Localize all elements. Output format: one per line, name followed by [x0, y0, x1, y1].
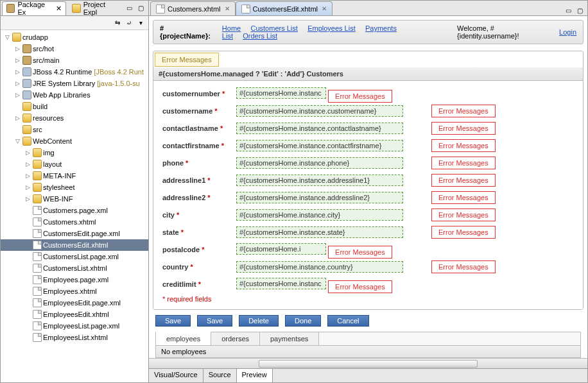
tab-package-explorer[interactable]: Package Ex ✕ — [2, 1, 66, 15]
editor-tab[interactable]: Customers.xhtml✕ — [150, 1, 236, 15]
input-field[interactable]: #{customersHome.instance.country} — [236, 261, 403, 273]
input-field[interactable]: #{customersHome.instance.city} — [236, 209, 403, 221]
package-tree[interactable]: ▽crudapp▷src/hot▷src/main▷JBoss 4.2 Runt… — [1, 30, 148, 382]
tree-item[interactable]: CustomersEdit.xhtml — [1, 239, 148, 251]
tab-project-explorer[interactable]: Project Expl — [67, 1, 124, 15]
input-field[interactable]: #{customersHome.instance.addressline2} — [236, 192, 403, 203]
tree-item[interactable]: ▷img — [1, 147, 148, 158]
tree-item[interactable]: EmployeesEdit.page.xml — [1, 297, 148, 309]
editor-mode-tabs: Visual/SourceSourcePreview — [149, 368, 587, 382]
input-field[interactable]: #{customersHome.instance.phone} — [236, 157, 403, 169]
mode-tab[interactable]: Source — [203, 369, 237, 382]
tree-item[interactable]: ▷src/hot — [1, 43, 148, 55]
package-icon — [6, 4, 15, 13]
horizontal-scrollbar[interactable] — [149, 358, 587, 368]
minimize-button[interactable]: ▭ — [124, 3, 134, 13]
tree-item[interactable]: ▷JRE System Library [java-1.5.0-su — [1, 78, 148, 89]
input-field[interactable]: #{customersHome.instanc — [236, 278, 326, 289]
delete-button[interactable]: Delete — [239, 315, 279, 327]
error-messages-tab[interactable]: Error Messages — [155, 53, 219, 67]
cancel-button[interactable]: Cancel — [327, 315, 368, 327]
done-button[interactable]: Done — [285, 315, 321, 327]
project-icon — [12, 33, 21, 42]
tree-item[interactable]: CustomersList.xhtml — [1, 262, 148, 274]
tree-item[interactable]: ▷resources — [1, 112, 148, 124]
form-row: creditlimit *#{customersHome.instanc Err… — [162, 278, 574, 291]
file-icon — [33, 275, 42, 284]
editor-tab[interactable]: CustomersEdit.xhtml✕ — [236, 1, 333, 15]
view-tabs: Package Ex ✕ Project Expl ▭ ▢ — [1, 1, 148, 16]
nav-link[interactable]: Customers List — [250, 24, 297, 32]
mode-tab[interactable]: Preview — [237, 369, 273, 382]
project-name-label: #{projectName}: — [160, 24, 211, 40]
view-menu-button[interactable]: ▾ — [135, 18, 146, 28]
link-editor-button[interactable]: ⤾ — [124, 18, 134, 28]
sub-tab[interactable]: orderses — [211, 332, 260, 345]
tree-item[interactable]: Customers.page.xml — [1, 205, 148, 216]
tree-item[interactable]: ▷META-INF — [1, 170, 148, 182]
input-field[interactable]: #{customersHome.instanc — [236, 87, 326, 99]
form-row: state *#{customersHome.instance.state}Er… — [162, 226, 574, 239]
nav-link[interactable]: Orders List — [243, 32, 277, 40]
tree-item-root[interactable]: ▽crudapp — [1, 31, 148, 43]
file-icon — [33, 287, 42, 296]
file-icon — [241, 4, 250, 13]
field-label: customernumber * — [162, 90, 230, 98]
save-button[interactable]: Save — [155, 315, 191, 327]
tree-item[interactable]: Customers.xhtml — [1, 216, 148, 228]
tree-item[interactable]: ▷src/main — [1, 55, 148, 66]
collapse-button[interactable]: ⇆ — [112, 18, 123, 28]
tree-item[interactable]: ▷layout — [1, 158, 148, 170]
nav-link[interactable]: Home — [222, 24, 241, 32]
form-row: addressline1 *#{customersHome.instance.a… — [162, 174, 574, 187]
tree-item[interactable]: ▷stylesheet — [1, 182, 148, 193]
folder-icon — [33, 148, 42, 157]
field-label: customername * — [162, 107, 230, 115]
tree-item[interactable]: ▷JBoss 4.2 Runtime [JBoss 4.2 Runt — [1, 66, 148, 78]
file-icon — [33, 217, 42, 226]
sub-tab[interactable]: paymentses — [260, 332, 319, 345]
tree-item[interactable]: EmployeesList.xhtml — [1, 332, 148, 343]
tree-item[interactable]: Employees.xhtml — [1, 285, 148, 297]
button-row: SaveSaveDeleteDoneCancel — [155, 315, 581, 327]
sub-panel: No employees employeenumberlastnamefirst… — [155, 345, 581, 358]
tree-item[interactable]: Employees.page.xml — [1, 274, 148, 285]
input-field[interactable]: #{customersHome.i — [236, 243, 326, 255]
tree-item[interactable]: src — [1, 124, 148, 135]
field-label: addressline2 * — [162, 194, 230, 201]
input-field[interactable]: #{customersHome.instance.contactfirstnam… — [236, 140, 403, 151]
tree-item[interactable]: ▽WebContent — [1, 135, 148, 147]
input-field[interactable]: #{customersHome.instance.addressline1} — [236, 174, 403, 186]
minimize-button[interactable]: ▭ — [563, 5, 573, 15]
tree-item[interactable]: EmployeesEdit.xhtml — [1, 309, 148, 320]
tree-item[interactable]: CustomersEdit.page.xml — [1, 228, 148, 239]
view-tab-label: Package Ex — [17, 1, 53, 16]
maximize-button[interactable]: ▢ — [575, 5, 585, 15]
tree-item[interactable]: ▷WEB-INF — [1, 193, 148, 205]
field-label: country * — [162, 263, 230, 271]
nav-link[interactable]: Employees List — [307, 24, 356, 32]
field-label: addressline1 * — [162, 176, 230, 184]
error-badge: Error Messages — [328, 280, 392, 293]
input-field[interactable]: #{customersHome.instance.state} — [236, 226, 403, 238]
panel-title: #{customersHome.managed ? 'Edit' : 'Add'… — [153, 67, 583, 80]
close-icon[interactable]: ✕ — [56, 4, 62, 13]
input-field[interactable]: #{customersHome.instance.customername} — [236, 105, 403, 117]
error-badge: Error Messages — [431, 122, 496, 135]
save-button[interactable]: Save — [197, 315, 232, 327]
file-icon — [33, 310, 42, 319]
tree-item[interactable]: EmployeesList.page.xml — [1, 320, 148, 332]
tree-item[interactable]: build — [1, 101, 148, 112]
pkg-icon — [22, 56, 31, 65]
tree-item[interactable]: ▷Web App Libraries — [1, 89, 148, 101]
mode-tab[interactable]: Visual/Source — [149, 369, 203, 382]
tree-item[interactable]: CustomersList.page.xml — [1, 251, 148, 262]
close-icon[interactable]: ✕ — [225, 5, 230, 12]
form-row: city *#{customersHome.instance.city}Erro… — [162, 209, 574, 221]
sub-tab[interactable]: employees — [156, 332, 211, 345]
input-field[interactable]: #{customersHome.instance.contactlastname… — [236, 123, 403, 134]
close-icon[interactable]: ✕ — [322, 5, 327, 12]
form-row: phone *#{customersHome.instance.phone}Er… — [162, 157, 574, 169]
maximize-button[interactable]: ▢ — [135, 3, 146, 13]
login-link[interactable]: Login — [559, 28, 576, 36]
